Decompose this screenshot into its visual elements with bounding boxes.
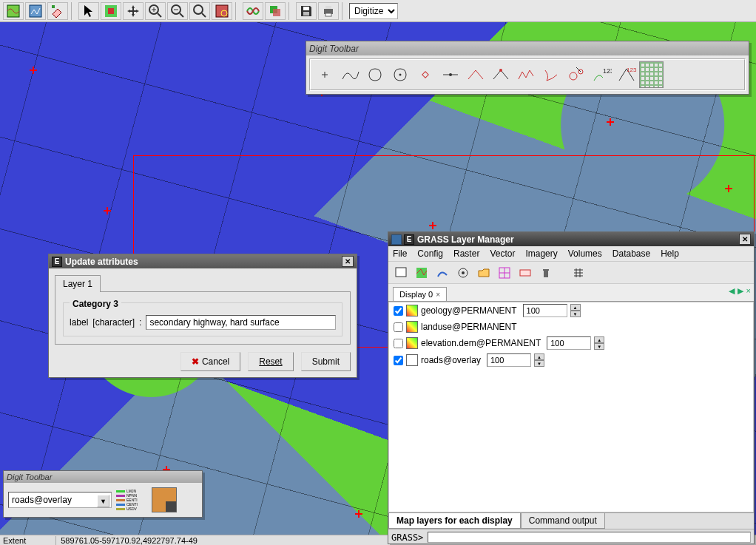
- close-button[interactable]: ✕: [739, 234, 751, 245]
- save-exit-button[interactable]: [152, 487, 177, 512]
- erase-button[interactable]: [47, 2, 68, 20]
- raster-layer-icon: [406, 305, 418, 316]
- console-input[interactable]: [428, 532, 751, 543]
- tab-close-icon[interactable]: ×: [436, 291, 440, 299]
- attr-value-input[interactable]: [146, 315, 336, 330]
- menu-help[interactable]: Help: [661, 248, 679, 259]
- pan-button[interactable]: [123, 2, 144, 20]
- add-command-button[interactable]: [455, 265, 471, 281]
- delete-vertex-button[interactable]: [463, 61, 487, 88]
- delete-layer-button[interactable]: [538, 265, 554, 281]
- print-button[interactable]: [318, 2, 339, 20]
- layer-opacity-input[interactable]: [547, 336, 591, 350]
- layer-opacity-input[interactable]: [487, 353, 531, 367]
- menu-config[interactable]: Config: [417, 248, 443, 259]
- add-vector-button[interactable]: [434, 265, 450, 281]
- window-menu-icon[interactable]: E: [52, 257, 62, 267]
- vertex-marker: [725, 185, 732, 192]
- menu-database[interactable]: Database: [612, 248, 650, 259]
- reset-button[interactable]: Reset: [248, 352, 293, 371]
- digit-toolbar-small-body: roads@overlay LMJN NPNN EENTI CENTI USDV: [4, 483, 202, 517]
- window-menu-icon[interactable]: E: [404, 234, 414, 245]
- display-cats-button[interactable]: 123: [589, 61, 613, 88]
- tab-map-layers[interactable]: Map layers for each display: [388, 513, 521, 529]
- toolbar-separator: [342, 2, 346, 20]
- opacity-spinner[interactable]: ▲▼: [570, 304, 581, 317]
- query-raster-button[interactable]: [101, 2, 121, 20]
- show-attributes-button[interactable]: [570, 265, 587, 281]
- main-toolbar: Digitize: [0, 0, 756, 22]
- cancel-button[interactable]: ✖Cancel: [180, 352, 240, 371]
- zoom-out-button[interactable]: [167, 2, 188, 20]
- svg-rect-17: [273, 9, 280, 16]
- add-grid-button[interactable]: [496, 265, 513, 281]
- move-line-button[interactable]: [539, 61, 563, 88]
- menu-volumes[interactable]: Volumes: [568, 248, 602, 259]
- save-button[interactable]: [296, 2, 317, 20]
- split-line-button[interactable]: [488, 61, 513, 88]
- digitize-centroid-button[interactable]: [388, 61, 412, 88]
- tab-next-icon[interactable]: ▶: [738, 286, 743, 296]
- zoom-layer-button[interactable]: [212, 2, 232, 20]
- close-button[interactable]: ✕: [342, 256, 354, 267]
- tab-close-all-icon[interactable]: ×: [746, 286, 751, 296]
- update-attributes-titlebar[interactable]: E Update attributes ✕: [49, 254, 357, 268]
- layer-row[interactable]: landuse@PERMANENT: [389, 319, 753, 335]
- menu-vector[interactable]: Vector: [490, 248, 515, 259]
- render-map-button[interactable]: [25, 2, 46, 20]
- zoom-in-button[interactable]: [145, 2, 166, 20]
- digitize-boundary-button[interactable]: [362, 61, 387, 88]
- tab-prev-icon[interactable]: ◀: [729, 286, 735, 296]
- layer-visibility-checkbox[interactable]: [394, 356, 403, 365]
- window-icon: [391, 234, 402, 245]
- layer-tab[interactable]: Layer 1: [55, 275, 101, 292]
- layer-row[interactable]: elevation.dem@PERMANENT▲▼: [389, 335, 753, 352]
- toolbar-separator: [71, 2, 75, 20]
- layer-visibility-checkbox[interactable]: [394, 322, 403, 332]
- copy-cats-button[interactable]: 123: [614, 61, 638, 88]
- overlay-button[interactable]: [265, 2, 286, 20]
- digitize-line-button[interactable]: [337, 61, 362, 88]
- edit-line-button[interactable]: [513, 61, 538, 88]
- add-raster-button[interactable]: [414, 265, 430, 281]
- raster-layer-icon: [406, 337, 418, 349]
- delete-line-button[interactable]: [564, 61, 588, 88]
- layer-visibility-checkbox[interactable]: [394, 306, 403, 316]
- display-map-button[interactable]: [3, 2, 24, 20]
- settings-button[interactable]: [639, 61, 664, 88]
- menu-file[interactable]: File: [393, 248, 407, 259]
- opacity-spinner[interactable]: ▲▼: [534, 353, 544, 367]
- layer-row[interactable]: roads@overlay▲▼: [389, 352, 753, 369]
- analyze-button[interactable]: [243, 2, 263, 20]
- digitize-point-button[interactable]: [312, 61, 337, 88]
- layer-opacity-input[interactable]: [523, 304, 567, 317]
- add-labels-button[interactable]: [517, 265, 533, 281]
- layer-manager-titlebar[interactable]: E GRASS Layer Manager ✕: [388, 232, 754, 246]
- zoom-extent-button[interactable]: [189, 2, 210, 20]
- submit-button[interactable]: Submit: [301, 352, 351, 371]
- layer-tab-page: Category 3 label [character] :: [55, 291, 351, 345]
- category-legend: Category 3: [70, 299, 121, 309]
- add-group-button[interactable]: [476, 265, 492, 281]
- layer-visibility-checkbox[interactable]: [394, 339, 403, 348]
- category-fieldset: Category 3 label [character] :: [63, 302, 342, 336]
- opacity-spinner[interactable]: ▲▼: [594, 336, 604, 350]
- mode-select[interactable]: Digitize: [349, 3, 398, 19]
- layer-manager-menubar: File Config Raster Vector Imagery Volume…: [388, 246, 754, 262]
- vertex-marker: [429, 222, 436, 229]
- digit-toolbar-title[interactable]: Digit Toolbar: [306, 41, 749, 55]
- menu-raster[interactable]: Raster: [453, 248, 479, 259]
- tab-command-output[interactable]: Command output: [521, 513, 605, 529]
- layer-combo[interactable]: roads@overlay: [8, 492, 112, 508]
- status-mode[interactable]: Extent: [0, 536, 56, 545]
- display-tab[interactable]: Display 0 ×: [393, 287, 447, 301]
- layer-list[interactable]: geology@PERMANENT▲▼landuse@PERMANENTelev…: [388, 302, 754, 512]
- layer-row[interactable]: geology@PERMANENT▲▼: [389, 302, 753, 319]
- digit-toolbar-small-title[interactable]: Digit Toolbar: [4, 471, 202, 483]
- add-vertex-button[interactable]: [438, 61, 462, 88]
- menu-imagery[interactable]: Imagery: [525, 248, 557, 259]
- move-vertex-button[interactable]: [413, 61, 437, 88]
- pointer-button[interactable]: [78, 2, 99, 20]
- layer-name: elevation.dem@PERMANENT: [421, 338, 541, 348]
- new-display-button[interactable]: [393, 265, 409, 281]
